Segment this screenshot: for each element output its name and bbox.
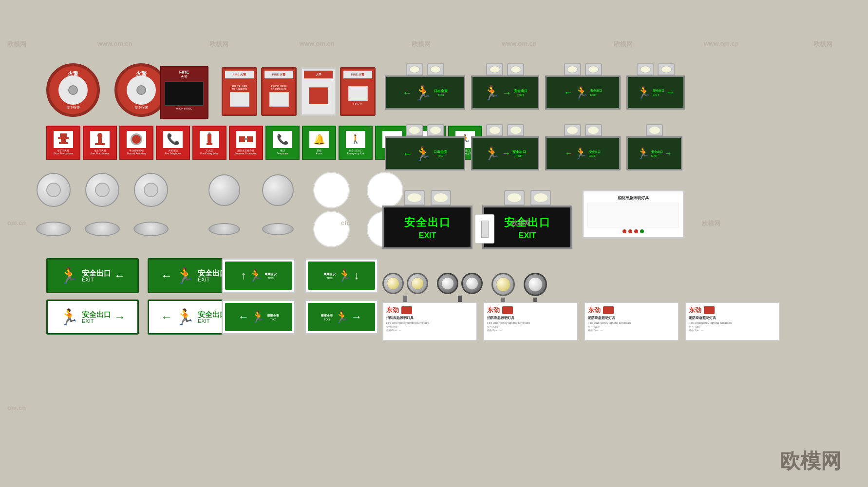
bell-sub-2: 按下报警 [134,105,148,110]
cp4-title: FIRE 火警 [351,73,364,77]
light-right-2 [507,63,524,75]
r2-en-4: EXIT [651,154,663,157]
large-board-1: 安全出口 EXIT [382,206,472,249]
tix-figure-left: 🏃 [251,310,265,324]
svg-rect-11 [247,136,253,142]
light-left-3 [564,63,581,75]
sign-alarm-green: 🔔 警报Alarm [302,126,336,160]
cp3-panel [309,87,328,104]
exit-sign-group-3: ← 🏃 安全出口 EXIT [545,63,621,110]
product-en-3: Fire emergency lighting luminaire [588,321,675,324]
detector-group-3 [205,170,404,209]
r2-lights-1 [406,124,444,136]
detector-6 [132,209,170,248]
hydrant-icon [56,132,71,146]
panel-title: 消防应急照明灯具 [587,195,679,201]
r2-lights-5 [564,124,602,136]
detector-group-4 [205,209,404,248]
call-point-1: FIRE 火警 PRESS HERETO OPERATE [222,67,257,116]
product-title-1: 消防应急照明灯具 [386,316,473,320]
brand-panel-1: 东劲 消防应急照明灯具 Fire emergency lighting lumi… [382,302,477,341]
alarm-box-screen [165,81,204,106]
cp1-body: PRESS HERETO OPERATE [230,78,249,112]
product-title-4: 消防应急照明灯具 [689,316,776,320]
emerg-heads-1 [382,273,428,294]
exit-sign-group-4: 🏃 安全出口 EXIT → [626,63,685,110]
light-left-2 [486,63,503,75]
r2-light-5 [564,124,581,136]
sign-icon-3 [127,131,146,148]
figure-icon-2: 🏃 [483,85,500,101]
tix-text-1: TIX3 [438,94,444,96]
r2-text-3: 安全出口 EXIT [589,150,601,157]
large-light-2 [431,190,451,206]
tix-en-up: TIX3 [267,277,274,280]
fire-alarm-bells: 火警 按下报警 火警 按下报警 [46,63,168,117]
brand-logo-1 [401,306,412,314]
arrow-icon-3: ← [564,88,573,98]
r2-board-4: 🏃 安全出口 EXIT → [626,136,682,170]
panel-body [587,203,679,227]
tix-text-down: 断断全安 TIX3 [324,272,336,280]
cp2-title: FIRE 火警 [272,73,285,77]
bell-label-1: 火警 [68,70,78,77]
watermark-7: 欧模网 [614,40,633,49]
detector-group-1 [34,170,170,209]
cn-text-3a: 安全出口 [590,89,602,93]
large-lens-4 [534,193,547,202]
product-title-2: 消防应急照明灯具 [487,316,574,320]
panel-dots [587,229,679,233]
exit-sign-r2-1: ← 🏃 口出全安 TIX3 [385,124,465,170]
bell-label-2: 火警 [136,70,147,77]
brand-header-2: 东劲 [487,306,574,315]
exit-text-2: 安全出口 EXIT [514,89,528,97]
cp1-glass [230,92,249,107]
bell-center-2 [136,85,146,95]
dot-red-3 [634,229,638,233]
detector-center-2 [95,183,110,197]
tix-en-left: TIX3 [270,318,277,321]
svg-rect-1 [58,137,69,139]
emerg-head-1a [382,273,404,294]
sign-telephone: 📞 火警电话Fire Telephone [156,126,190,160]
light-left-1 [406,63,423,75]
watermark-1: 欧模网 [7,40,26,49]
exit-icon: 🚶 [350,134,361,145]
exit-figure-w2: 🏃 [175,308,195,326]
tix-cn-up: 断断全安 [265,272,277,277]
watermark-4: www.om.cn [300,40,335,47]
sign-icon-2 [90,131,110,148]
large-lights-1 [404,190,451,206]
watermark-9: 欧模网 [813,40,832,49]
svg-rect-6 [95,143,105,145]
exit-arrow-g2: ← [161,269,172,282]
sign-icon-4: 📞 [163,131,183,148]
brand-name-3: 东劲 [588,306,601,315]
alarm-box-bottom: MICK HKRC [176,107,192,110]
emerg-lens-1b [411,277,424,290]
r2-light-6 [585,124,602,136]
r2-light-2 [427,124,444,136]
detector-3 [132,170,170,209]
sign-icon-7: 📞 [273,131,292,148]
r2-lens-4 [510,127,521,134]
detector-base-3 [134,173,168,207]
sign-tel-green: 📞 电话Telephone [265,126,300,160]
tix-figure-down: 🏃 [338,269,352,282]
large-en-1: EXIT [419,231,436,240]
tel-icon: 📞 [277,133,289,145]
tix-signs-row2: ← 🏃 断断全安 TIX3 断断全安 TIX3 🏃 → [222,300,378,335]
sign-manual-alarm: 手动报警按钮Manual Actioning [119,126,153,160]
brand-name-2: 东劲 [487,306,500,315]
large-cn-1: 安全出口 [404,215,451,230]
cp1-header: FIRE 火警 [225,71,254,78]
exit-sign-group-2: 🏃 → 安全出口 EXIT [471,63,539,110]
alarm-button-icon [131,133,142,145]
svg-point-4 [97,133,102,138]
en-text-2: EXIT [517,94,525,97]
sign-exit-green: 🚶 安全出口(左)Emergency Exit [339,126,373,160]
r2-lens-6 [588,127,599,134]
watermark-10: om.cn [7,219,26,226]
bell-inner-2 [127,75,156,105]
sign-label-7: 电话Telephone [277,149,288,155]
